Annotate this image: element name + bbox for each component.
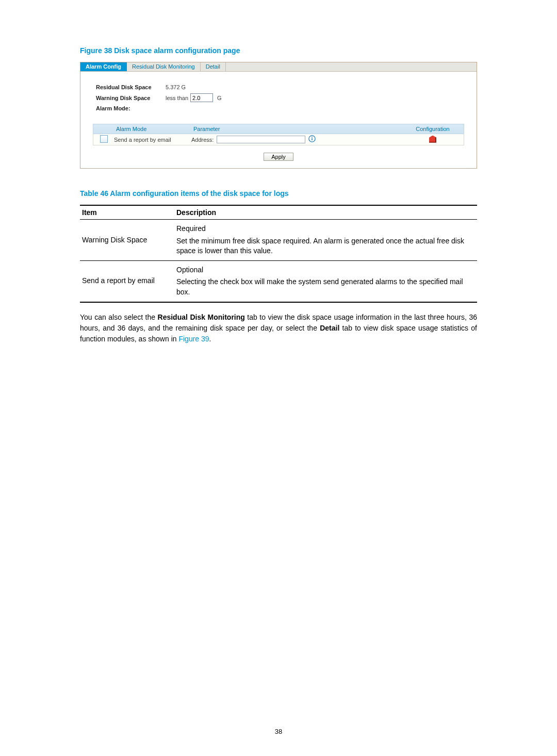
info-icon[interactable] [308,135,316,144]
dt-desc-line: Required [176,224,475,234]
row-mode-text: Send a report by email [114,137,191,143]
para-text: You can also select the [80,313,158,321]
para-bold: Residual Disk Monitoring [158,313,245,321]
screenshot-panel: Alarm Config Residual Disk Monitoring De… [80,62,477,169]
page-number: 38 [0,728,557,735]
residual-disk-space-label: Residual Disk Space [96,84,166,90]
dt-item: Send a report by email [80,260,174,302]
alarm-mode-label: Alarm Mode: [96,105,130,111]
para-text: . [209,335,211,343]
dt-desc: Required Set the minimum free disk space… [174,220,477,261]
configuration-icon[interactable] [429,136,436,143]
table-row: Send a report by email Optional Selectin… [80,260,477,302]
tab-residual-disk-monitoring[interactable]: Residual Disk Monitoring [127,62,201,71]
grid-header-mode: Alarm Mode [114,124,193,134]
para-bold: Detail [320,324,339,332]
apply-button[interactable]: Apply [264,153,293,161]
row-checkbox[interactable] [100,135,108,143]
svg-point-2 [312,137,313,138]
dt-desc: Optional Selecting the check box will ma… [174,260,477,302]
residual-disk-space-value: 5.372 G [166,84,217,90]
table-caption: Table 46 Alarm configuration items of th… [80,189,477,198]
th-description: Description [174,205,477,220]
grid-header-configuration: Configuration [402,124,464,134]
tab-detail[interactable]: Detail [201,62,226,71]
unit-g: G [217,95,222,101]
svg-rect-1 [312,138,313,140]
dt-desc-line: Set the minimum free disk space required… [176,236,475,256]
tab-bar: Alarm Config Residual Disk Monitoring De… [80,62,477,72]
grid-header-parameter: Parameter [193,124,402,134]
th-item: Item [80,205,174,220]
warning-disk-space-label: Warning Disk Space [96,95,166,101]
warning-disk-space-input[interactable] [190,93,213,102]
figure-caption: Figure 38 Disk space alarm configuration… [80,46,477,55]
table-row: Warning Disk Space Required Set the mini… [80,220,477,261]
tab-alarm-config[interactable]: Alarm Config [80,62,127,71]
alarm-mode-grid: Alarm Mode Parameter Configuration Send … [93,124,464,145]
dt-desc-line: Selecting the check box will make the sy… [176,277,475,297]
dt-desc-line: Optional [176,265,475,275]
address-input[interactable] [217,136,305,143]
less-than-text: less than [166,95,188,101]
table-row: Send a report by email Address: [93,134,464,145]
address-label: Address: [191,137,214,143]
figure-ref-link[interactable]: Figure 39 [178,335,209,343]
description-table: Item Description Warning Disk Space Requ… [80,205,477,303]
body-paragraph: You can also select the Residual Disk Mo… [80,312,477,344]
dt-item: Warning Disk Space [80,220,174,261]
